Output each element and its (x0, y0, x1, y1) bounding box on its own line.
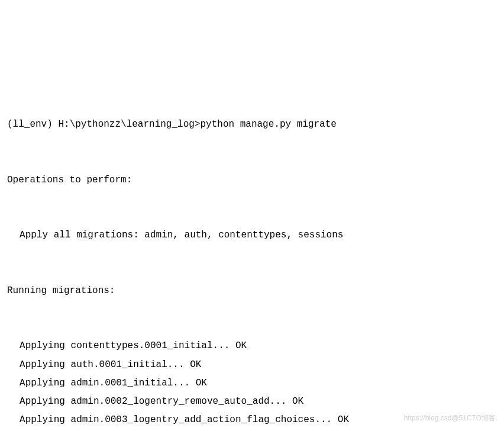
apply-all-migrations: Apply all migrations: admin, auth, conte… (7, 226, 497, 245)
prompt-env: (ll_env) (7, 119, 53, 130)
terminal-output[interactable]: (ll_env) H:\pythonzz\learning_log>python… (7, 79, 497, 431)
migration-line: Applying contenttypes.0001_initial... OK (7, 337, 497, 355)
prompt-path: H:\pythonzz\learning_log> (58, 119, 200, 130)
migration-line: Applying auth.0001_initial... OK (7, 356, 497, 374)
migration-line: Applying admin.0001_initial... OK (7, 374, 497, 393)
command-line: (ll_env) H:\pythonzz\learning_log>python… (7, 115, 497, 134)
command-text: python manage.py migrate (200, 119, 336, 130)
watermark-text: https://blog.csd@51CTO博客 (404, 411, 496, 425)
migration-line: Applying admin.0002_logentry_remove_auto… (7, 393, 497, 411)
running-migrations-header: Running migrations: (7, 282, 497, 300)
operations-header: Operations to perform: (7, 171, 497, 189)
